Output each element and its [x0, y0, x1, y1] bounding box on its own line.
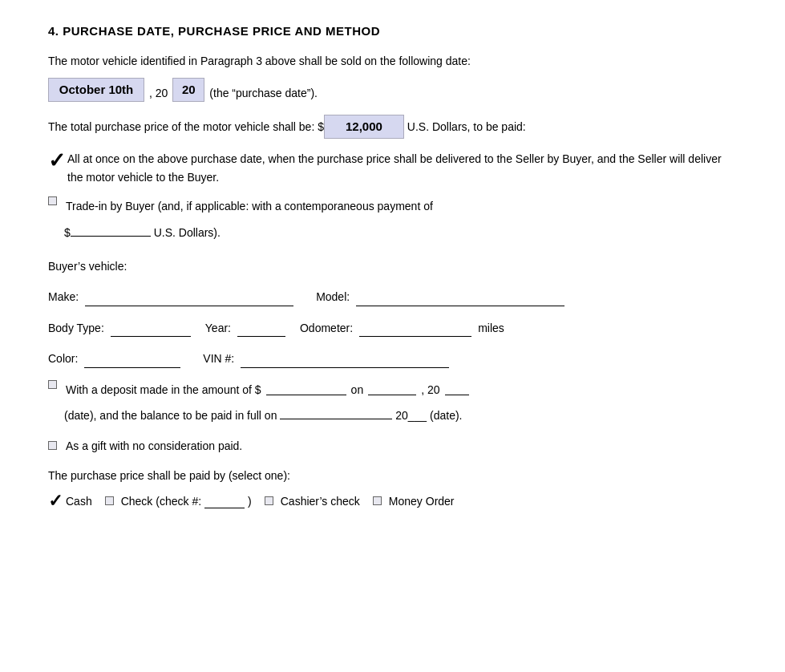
payment-methods-row: ✓ Cash Check (check #: ) Cashier’s check… [48, 492, 737, 510]
purchase-year-field[interactable]: 20 [172, 78, 204, 102]
deposit-option: With a deposit made in the amount of $ o… [48, 381, 737, 425]
buyers-vehicle-section: Buyer’s vehicle: Make: Model: Body Type:… [48, 257, 737, 368]
purchase-date-suffix: (the “purchase date”). [209, 84, 318, 102]
body-type-field[interactable] [111, 322, 191, 337]
deposit-year-label: , 20 [421, 381, 439, 399]
year-label: Year: [205, 319, 231, 337]
cash-label: Cash [66, 492, 92, 510]
balance-year: 20___ [395, 409, 427, 422]
year-prefix: , 20 [149, 84, 168, 102]
intro-paragraph: The motor vehicle identified in Paragrap… [48, 52, 737, 102]
odometer-field[interactable] [359, 322, 471, 337]
price-paragraph: The total purchase price of the motor ve… [48, 115, 737, 139]
deposit-checkbox[interactable] [48, 380, 57, 389]
section-title: 4. PURCHASE DATE, PURCHASE PRICE AND MET… [48, 24, 737, 38]
all-at-once-option: ✓ All at once on the above purchase date… [48, 150, 737, 186]
make-label: Make: [48, 288, 79, 306]
color-label: Color: [48, 350, 78, 367]
all-at-once-checkmark: ✓ [48, 150, 66, 171]
trade-in-checkbox[interactable] [48, 196, 57, 205]
price-field[interactable]: 12,000 [324, 115, 404, 139]
purchase-date-field[interactable]: October 10th [48, 78, 144, 102]
check-label-after: ) [248, 492, 252, 510]
payment-method-label: The purchase price shall be paid by (sel… [48, 469, 290, 482]
make-field[interactable] [85, 292, 293, 306]
gift-label: As a gift with no consideration paid. [66, 437, 242, 455]
model-label: Model: [316, 288, 350, 306]
check-option: Check (check #: ) [105, 492, 252, 510]
gift-checkbox[interactable] [48, 441, 57, 450]
body-type-label: Body Type: [48, 319, 104, 337]
deposit-on-label: on [351, 381, 364, 399]
trade-in-amount-suffix: U.S. Dollars). [154, 226, 221, 239]
balance-date-suffix: (date). [430, 409, 462, 422]
section-heading: PURCHASE DATE, PURCHASE PRICE AND METHOD [63, 24, 380, 38]
trade-in-amount-field[interactable] [71, 222, 151, 237]
check-number-field[interactable] [204, 494, 245, 508]
price-text-after: U.S. Dollars, to be paid: [407, 120, 526, 133]
money-order-option: Money Order [373, 492, 455, 510]
vin-label: VIN #: [203, 350, 234, 367]
make-model-row: Make: Model: [48, 288, 737, 306]
deposit-year-field[interactable] [445, 381, 469, 395]
cashiers-check-option: Cashier’s check [265, 492, 360, 510]
miles-label: miles [478, 319, 504, 337]
deposit-date-field[interactable] [368, 381, 416, 395]
trade-in-option: Trade-in by Buyer (and, if applicable: w… [48, 197, 737, 241]
payment-method-section: The purchase price shall be paid by (sel… [48, 467, 737, 511]
deposit-amount-field[interactable] [266, 381, 346, 395]
intro-text: The motor vehicle identified in Paragrap… [48, 55, 471, 67]
balance-date-field[interactable] [280, 405, 392, 419]
section-4: 4. PURCHASE DATE, PURCHASE PRICE AND MET… [48, 24, 737, 510]
color-field[interactable] [84, 354, 180, 368]
buyers-vehicle-label: Buyer’s vehicle: [48, 260, 127, 273]
model-field[interactable] [356, 292, 564, 306]
deposit-label-before: With a deposit made in the amount of $ [66, 381, 261, 399]
money-order-label: Money Order [389, 492, 455, 510]
cashiers-check-label: Cashier’s check [281, 492, 360, 510]
check-checkbox[interactable] [105, 496, 114, 505]
gift-option: As a gift with no consideration paid. [48, 437, 737, 455]
year-field[interactable] [237, 322, 285, 337]
all-at-once-label: All at once on the above purchase date, … [67, 150, 737, 186]
money-order-checkbox[interactable] [373, 496, 382, 505]
color-vin-row: Color: VIN #: [48, 350, 737, 367]
deposit-date-suffix: (date), and the balance to be paid in fu… [64, 409, 277, 422]
price-text-before: The total purchase price of the motor ve… [48, 120, 324, 133]
trade-in-label: Trade-in by Buyer (and, if applicable: w… [66, 197, 433, 215]
cash-checkmark: ✓ [48, 492, 63, 510]
cash-option: ✓ Cash [48, 492, 92, 510]
odometer-label: Odometer: [300, 319, 353, 337]
body-year-odo-row: Body Type: Year: Odometer: miles [48, 319, 737, 337]
section-number: 4. [48, 24, 59, 38]
trade-in-amount-prefix: $ [64, 226, 71, 239]
check-label-before: Check (check #: [121, 492, 201, 510]
vin-field[interactable] [241, 354, 449, 368]
cashiers-check-checkbox[interactable] [265, 496, 273, 505]
